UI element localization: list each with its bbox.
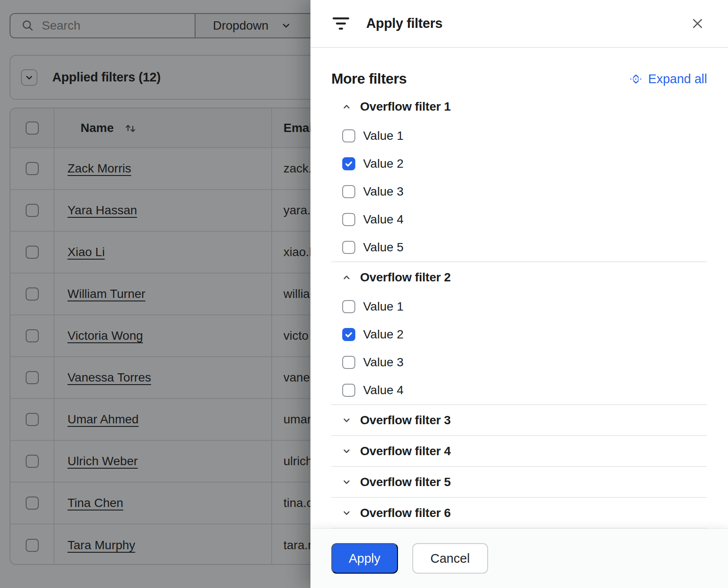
chevron-icon <box>342 102 351 112</box>
option-checkbox[interactable] <box>342 241 355 254</box>
chevron-icon <box>342 446 351 456</box>
filter-section: Overflow filter 5 <box>331 467 707 498</box>
filter-section-toggle[interactable]: Overflow filter 3 <box>331 405 707 435</box>
filter-options: Value 1 Value 2 Value 3 Value 4 <box>331 122 707 261</box>
check-icon <box>344 330 354 339</box>
filter-option[interactable]: Value 2 <box>331 321 707 348</box>
close-icon <box>690 16 705 31</box>
filter-section-toggle[interactable]: Overflow filter 1 <box>331 91 707 122</box>
filter-options: Value 1 Value 2 Value 3 Value 4 <box>331 293 707 404</box>
filter-section: Overflow filter 6 <box>331 498 707 528</box>
filter-option[interactable]: Value 1 <box>331 122 707 150</box>
filter-section-toggle[interactable]: Overflow filter 6 <box>331 498 707 528</box>
chevron-icon <box>342 477 351 487</box>
check-icon <box>344 159 354 169</box>
expand-all-icon <box>629 72 643 86</box>
filter-option[interactable]: Value 4 <box>331 206 707 233</box>
filter-section-toggle[interactable]: Overflow filter 2 <box>331 262 707 293</box>
option-checkbox[interactable] <box>342 213 355 226</box>
filter-section-label: Overflow filter 1 <box>360 100 451 114</box>
option-label: Value 4 <box>363 383 404 397</box>
option-checkbox[interactable] <box>342 129 355 142</box>
filter-section-label: Overflow filter 5 <box>360 475 451 489</box>
filter-option[interactable]: Value 2 <box>331 150 707 178</box>
chevron-icon <box>342 273 351 282</box>
more-filters-heading: More filters <box>331 71 407 87</box>
expand-all-label: Expand all <box>648 72 707 86</box>
filter-option[interactable]: Value 1 <box>331 293 707 321</box>
panel-body: More filters Expand all Overflow filter … <box>310 49 728 528</box>
close-button[interactable] <box>688 14 707 33</box>
filter-section-label: Overflow filter 2 <box>360 270 451 284</box>
filter-icon <box>331 17 351 30</box>
filter-option[interactable]: Value 5 <box>331 233 707 261</box>
option-label: Value 1 <box>363 129 404 143</box>
option-checkbox[interactable] <box>342 157 355 170</box>
option-checkbox[interactable] <box>342 300 355 313</box>
option-label: Value 2 <box>363 157 404 171</box>
cancel-button[interactable]: Cancel <box>412 543 488 574</box>
panel-header: Apply filters <box>310 0 728 48</box>
option-label: Value 3 <box>363 355 404 369</box>
option-label: Value 2 <box>363 328 404 341</box>
panel-title: Apply filters <box>366 16 688 31</box>
filter-option[interactable]: Value 4 <box>331 376 707 404</box>
option-checkbox[interactable] <box>342 185 355 198</box>
filter-option[interactable]: Value 3 <box>331 178 707 206</box>
option-label: Value 5 <box>363 240 404 254</box>
filter-option[interactable]: Value 3 <box>331 348 707 376</box>
filter-section: Overflow filter 4 <box>331 436 707 467</box>
panel-footer: Apply Cancel <box>310 528 728 588</box>
expand-all-button[interactable]: Expand all <box>629 72 707 86</box>
option-label: Value 4 <box>363 213 404 226</box>
chevron-icon <box>342 416 351 425</box>
option-checkbox[interactable] <box>342 384 355 397</box>
option-checkbox[interactable] <box>342 328 355 341</box>
filter-section: Overflow filter 3 <box>331 405 707 436</box>
option-label: Value 3 <box>363 185 404 199</box>
chevron-icon <box>342 508 351 518</box>
option-checkbox[interactable] <box>342 356 355 369</box>
option-label: Value 1 <box>363 300 404 314</box>
filter-section: Overflow filter 2 Value 1 Value 2 Value … <box>331 262 707 405</box>
filter-section-toggle[interactable]: Overflow filter 4 <box>331 436 707 466</box>
filter-section-toggle[interactable]: Overflow filter 5 <box>331 467 707 497</box>
filter-section-label: Overflow filter 3 <box>360 413 451 427</box>
filter-section-label: Overflow filter 4 <box>360 444 451 458</box>
apply-filters-panel: Apply filters More filters Expand all <box>310 0 728 588</box>
apply-button[interactable]: Apply <box>331 543 398 574</box>
filter-section: Overflow filter 1 Value 1 Value 2 Value … <box>331 91 707 262</box>
filter-section-label: Overflow filter 6 <box>360 506 451 520</box>
